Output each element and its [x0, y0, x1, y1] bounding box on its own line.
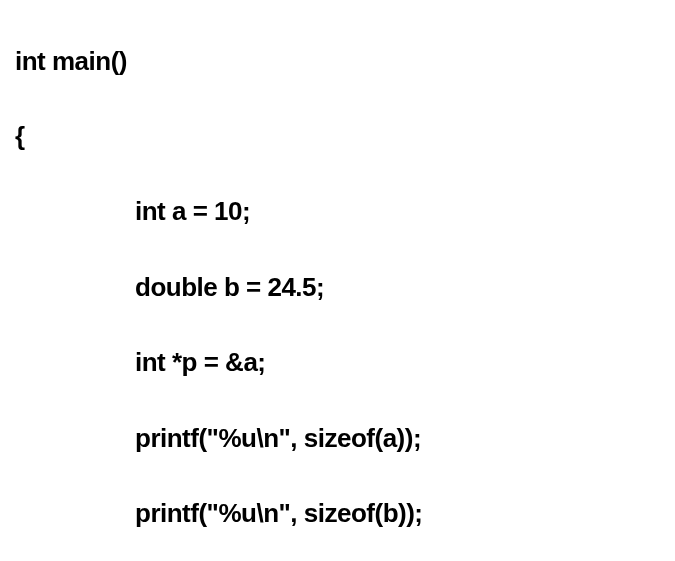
code-line: {: [15, 118, 660, 156]
code-line: int *p = &a;: [15, 344, 660, 382]
code-snippet: int main() { int a = 10; double b = 24.5…: [15, 5, 660, 561]
code-line: double b = 24.5;: [15, 269, 660, 307]
code-line: printf("%u\n", sizeof(b));: [15, 495, 660, 533]
code-line: printf("%u\n", sizeof(a));: [15, 420, 660, 458]
code-line: int a = 10;: [15, 193, 660, 231]
code-line: int main(): [15, 43, 660, 81]
